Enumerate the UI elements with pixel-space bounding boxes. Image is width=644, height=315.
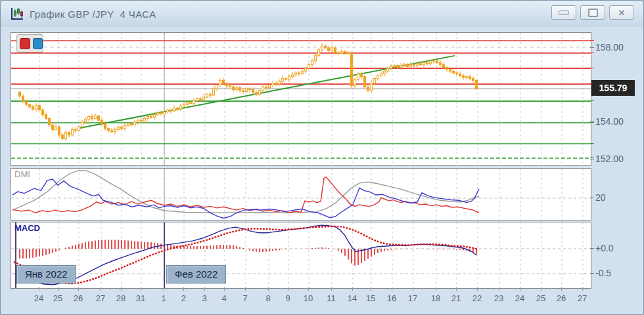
axis-tick [590,198,594,198]
date-axis-tick [541,287,541,291]
date-axis-tick [78,287,79,291]
date-axis-label: 18 [431,293,440,303]
titlebar[interactable]: График GBP /JPY 4 ЧАСА ✕ [1,1,643,27]
date-axis-label: 8 [265,293,270,303]
chart-app-icon [10,7,24,21]
date-axis-label: 26 [557,293,566,303]
macd-axis-label: -0.5 [595,268,611,278]
chart-content: DMI MACD Янв 2022Фев 2022 158.00154.0015… [1,27,643,315]
close-button[interactable]: ✕ [609,5,634,20]
date-axis-label: 11 [327,293,336,303]
date-axis-label: 27 [578,293,587,303]
date-axis-tick [520,287,520,291]
date-axis-label: 21 [451,293,461,303]
date-axis-tick [58,287,58,291]
date-axis-tick [245,287,246,291]
axis-tick [590,143,594,144]
date-axis-label: 27 [96,293,105,303]
date-axis-tick [141,287,141,291]
date-axis-label: 17 [408,293,417,303]
date-axis-tick [499,287,499,291]
date-axis-label: 1 [161,293,166,303]
chart-toolbar [16,34,43,52]
date-axis-tick [477,287,478,291]
date-axis-label: 23 [494,293,503,303]
date-axis-label: 2 [181,293,185,303]
chart-window: График GBP /JPY 4 ЧАСА ✕ DMI MACD Янв 20… [0,0,644,315]
minimize-icon [559,10,569,15]
price-panel [11,32,591,166]
close-icon: ✕ [618,9,626,17]
date-axis-label: 25 [536,293,545,303]
date-axis-label: 31 [136,293,145,303]
date-axis-tick [582,287,583,291]
axis-tick [590,159,594,159]
window-title: График GBP /JPY 4 ЧАСА [30,9,156,20]
sell-tool-button[interactable] [20,38,30,49]
dmi-axis-label: 20 [595,192,606,203]
date-axis-tick [183,287,184,291]
axis-tick [590,122,594,123]
date-axis-tick [371,287,371,291]
month-box: Фев 2022 [166,265,226,284]
price-chart-canvas[interactable] [11,33,591,165]
date-axis-tick [121,287,122,291]
date-axis-tick [413,287,413,291]
axis-tick [590,273,594,274]
macd-axis-label: +0.0 [595,243,614,253]
window-buttons: ✕ [551,5,634,20]
date-axis-tick [308,287,309,291]
macd-panel [11,222,591,289]
axis-tick [590,68,594,68]
price-axis-label: 158.00 [595,42,624,52]
date-axis-tick [456,287,457,291]
date-axis-label: 3 [202,293,206,303]
date-axis-tick [268,287,269,291]
price-axis-label: 152.00 [595,154,624,164]
date-axis-tick [561,287,562,291]
date-axis-label: 25 [53,293,62,303]
date-axis-label: 9 [285,293,290,303]
date-axis-label: 4 [221,293,226,303]
axis-tick [590,248,594,249]
date-axis-label: 26 [74,293,83,303]
date-axis-tick [101,287,101,291]
restore-icon [588,9,598,17]
date-axis-tick [39,287,39,291]
buy-tool-button[interactable] [33,38,43,49]
date-axis-label: 24 [515,293,524,303]
dmi-panel [11,168,591,220]
month-box: Янв 2022 [16,265,76,284]
date-axis-label: 22 [472,293,482,303]
dmi-chart-canvas[interactable] [11,169,591,220]
date-axis-tick [288,287,288,291]
date-axis-tick [224,287,225,291]
date-axis-tick [436,287,436,291]
date-axis-label: 24 [34,293,43,303]
date-axis-tick [392,287,392,291]
date-axis-label: 15 [366,293,375,303]
current-price-badge: 155.79 [591,80,635,96]
axis-tick [590,52,594,53]
price-axis-label: 154.00 [595,116,624,127]
date-axis-label: 28 [116,293,126,303]
date-axis-tick [164,287,164,291]
date-axis-tick [204,287,205,291]
date-axis-label: 16 [387,293,396,303]
date-axis-label: 14 [348,293,357,303]
axis-tick [590,40,594,41]
axis-tick [590,158,594,158]
date-axis-tick [331,287,332,291]
axis-tick [590,47,594,48]
axis-tick [590,100,594,101]
date-axis-tick [352,287,353,291]
date-axis-label: 7 [242,293,247,303]
restore-button[interactable] [580,5,605,20]
macd-chart-canvas[interactable] [11,222,591,288]
minimize-button[interactable] [551,5,576,20]
date-axis-label: 10 [304,293,313,303]
